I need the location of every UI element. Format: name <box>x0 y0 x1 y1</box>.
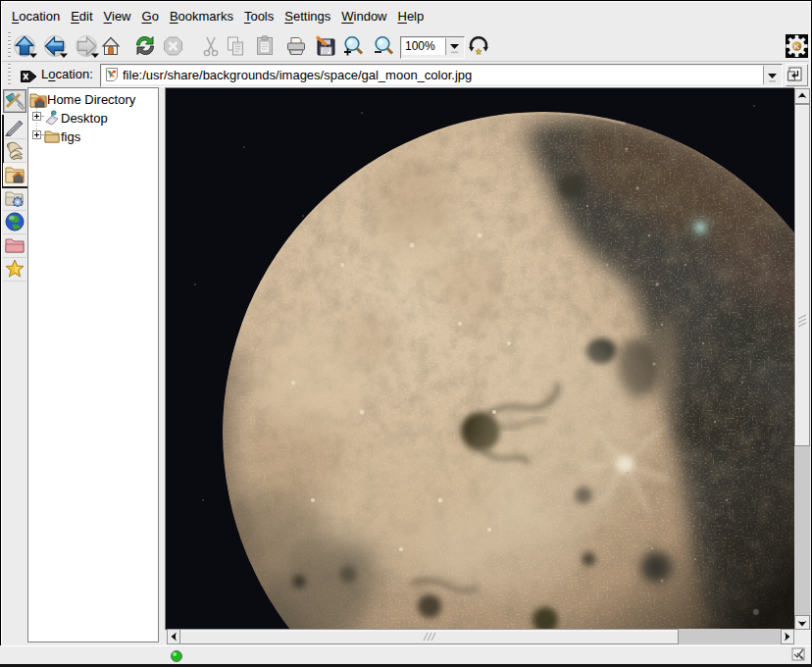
svg-text:K: K <box>794 42 800 51</box>
